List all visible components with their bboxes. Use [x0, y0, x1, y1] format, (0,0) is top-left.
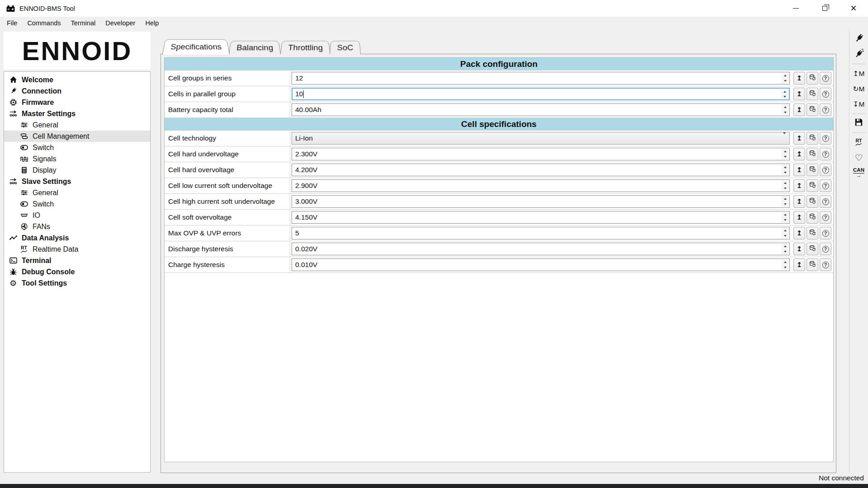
- minimize-button[interactable]: [781, 0, 810, 17]
- upload-value-button[interactable]: ↥: [793, 258, 805, 271]
- help-button[interactable]: ?: [820, 258, 831, 271]
- sidebar-item-terminal[interactable]: Terminal: [4, 255, 150, 266]
- sidebar-item-tool-settings[interactable]: ⚙ Tool Settings: [4, 277, 150, 289]
- sidebar-item-welcome[interactable]: Welcome: [4, 74, 150, 85]
- refresh-value-button[interactable]: [807, 88, 818, 100]
- spin-down-button[interactable]: [781, 110, 789, 115]
- read-master-button[interactable]: ↧M: [852, 98, 866, 110]
- sidebar-item-cell-management[interactable]: Cell Management: [4, 131, 150, 142]
- refresh-value-button[interactable]: [807, 227, 818, 239]
- refresh-value-button[interactable]: [807, 179, 818, 192]
- cell-groups-in-series-input[interactable]: 12: [292, 72, 790, 84]
- spin-up-button[interactable]: [781, 73, 789, 78]
- help-button[interactable]: ?: [820, 195, 831, 208]
- sidebar-item-slave-general[interactable]: General: [4, 187, 150, 198]
- sidebar-item-debug-console[interactable]: Debug Console: [4, 266, 150, 277]
- spin-up-button[interactable]: [781, 164, 789, 170]
- spin-down-button[interactable]: [781, 94, 788, 99]
- charge-hysteresis-input[interactable]: 0.010V: [292, 258, 790, 271]
- sidebar-item-display[interactable]: Display: [4, 164, 150, 176]
- upload-value-button[interactable]: ↥: [793, 88, 805, 100]
- spin-up-button[interactable]: [781, 180, 789, 186]
- max-ovp-uvp-errors-input[interactable]: 5: [292, 227, 790, 239]
- upload-value-button[interactable]: ↥: [793, 148, 805, 160]
- sidebar-item-signals[interactable]: Signals: [4, 153, 150, 164]
- menu-help[interactable]: Help: [140, 18, 164, 28]
- sidebar-item-realtime-data[interactable]: RT Realtime Data: [4, 244, 150, 255]
- sidebar-item-master-settings[interactable]: Master Settings: [4, 108, 150, 119]
- sidebar-item-connection[interactable]: Connection: [4, 85, 150, 97]
- upload-value-button[interactable]: ↥: [793, 132, 805, 145]
- sidebar-item-slave-settings[interactable]: Slave Settings: [4, 176, 150, 187]
- can-scan-button[interactable]: CAN→: [852, 167, 866, 179]
- refresh-value-button[interactable]: [807, 103, 818, 116]
- cell-high-current-soft-undervoltage-input[interactable]: 3.000V: [292, 195, 790, 208]
- spin-down-button[interactable]: [781, 186, 789, 191]
- favorites-button[interactable]: ♡: [852, 151, 866, 164]
- menu-commands[interactable]: Commands: [22, 18, 66, 28]
- upload-value-button[interactable]: ↥: [793, 227, 805, 239]
- cells-in-parallel-group-input[interactable]: 10: [292, 88, 790, 100]
- spin-down-button[interactable]: [781, 202, 789, 207]
- save-button[interactable]: [852, 117, 866, 129]
- reload-master-button[interactable]: ↻M: [852, 83, 866, 95]
- spin-down-button[interactable]: [781, 154, 789, 160]
- spin-up-button[interactable]: [781, 149, 789, 154]
- help-button[interactable]: ?: [820, 103, 831, 116]
- spin-up-button[interactable]: [781, 228, 789, 233]
- spin-down-button[interactable]: [781, 78, 789, 84]
- refresh-value-button[interactable]: [807, 258, 818, 271]
- help-button[interactable]: ?: [820, 243, 831, 255]
- help-button[interactable]: ?: [820, 72, 831, 84]
- cell-low-current-soft-undervoltage-input[interactable]: 2.900V: [292, 179, 790, 192]
- discharge-hysteresis-input[interactable]: 0.020V: [292, 243, 790, 255]
- sidebar-item-fans[interactable]: FANs: [4, 221, 150, 232]
- sidebar-item-slave-switch[interactable]: Switch: [4, 198, 150, 210]
- upload-value-button[interactable]: ↥: [793, 243, 805, 255]
- sidebar-item-io[interactable]: IO: [4, 210, 150, 221]
- upload-value-button[interactable]: ↥: [793, 179, 805, 192]
- spin-down-button[interactable]: [781, 249, 789, 254]
- refresh-value-button[interactable]: [807, 211, 818, 224]
- tab-balancing[interactable]: Balancing: [229, 41, 281, 54]
- tab-specifications[interactable]: Specifications: [162, 39, 230, 55]
- sidebar-item-master-general[interactable]: General: [4, 119, 150, 131]
- menu-terminal[interactable]: Terminal: [66, 18, 101, 28]
- upload-value-button[interactable]: ↥: [793, 103, 805, 116]
- sidebar-item-master-switch[interactable]: Switch: [4, 142, 150, 153]
- upload-value-button[interactable]: ↥: [793, 164, 805, 176]
- menu-file[interactable]: File: [2, 18, 22, 28]
- help-button[interactable]: ?: [820, 227, 831, 239]
- help-button[interactable]: ?: [820, 132, 831, 145]
- help-button[interactable]: ?: [820, 179, 831, 192]
- help-button[interactable]: ?: [820, 211, 831, 224]
- cell-hard-undervoltage-input[interactable]: 2.300V: [292, 148, 790, 160]
- spin-up-button[interactable]: [781, 259, 789, 265]
- help-button[interactable]: ?: [820, 164, 831, 176]
- upload-value-button[interactable]: ↥: [793, 72, 805, 84]
- connect-button[interactable]: [852, 33, 866, 45]
- refresh-value-button[interactable]: [807, 243, 818, 255]
- spin-up-button[interactable]: [781, 89, 788, 94]
- spin-down-button[interactable]: [781, 233, 789, 239]
- refresh-value-button[interactable]: [807, 164, 818, 176]
- upload-value-button[interactable]: ↥: [793, 195, 805, 208]
- cell-technology-dropdown[interactable]: Li-Ion: [292, 132, 790, 145]
- tab-throttling[interactable]: Throttling: [280, 41, 330, 54]
- help-button[interactable]: ?: [820, 148, 831, 160]
- refresh-value-button[interactable]: [807, 195, 818, 208]
- restore-button[interactable]: [810, 0, 839, 17]
- spin-up-button[interactable]: [781, 244, 789, 249]
- tab-soc[interactable]: SoC: [330, 41, 361, 54]
- spin-down-button[interactable]: [781, 217, 789, 223]
- close-button[interactable]: ×: [839, 0, 868, 17]
- realtime-data-button[interactable]: RT: [852, 136, 866, 148]
- spin-down-button[interactable]: [781, 170, 789, 175]
- cell-hard-overvoltage-input[interactable]: 4.200V: [292, 164, 790, 176]
- refresh-value-button[interactable]: [807, 132, 818, 145]
- help-button[interactable]: ?: [820, 88, 831, 100]
- spin-up-button[interactable]: [781, 212, 789, 217]
- write-master-button[interactable]: ↥M: [852, 67, 866, 80]
- spin-up-button[interactable]: [781, 104, 789, 110]
- upload-value-button[interactable]: ↥: [793, 211, 805, 224]
